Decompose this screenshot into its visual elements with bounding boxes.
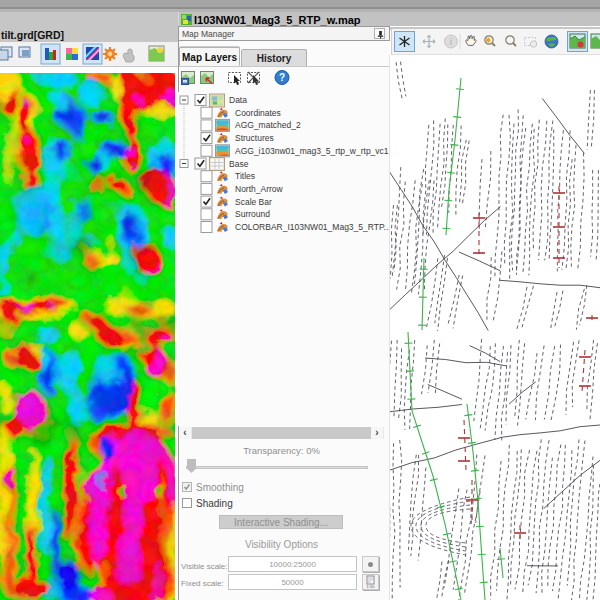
svg-text:i: i xyxy=(450,36,453,47)
svg-text:?: ? xyxy=(279,72,285,83)
svg-text:AGG_matched_2: AGG_matched_2 xyxy=(235,120,301,130)
svg-text:Data: Data xyxy=(229,95,247,105)
svg-text:COLORBAR_I103NW01_Mag3_5_RTP..: COLORBAR_I103NW01_Mag3_5_RTP... xyxy=(235,222,390,232)
svg-text:Titles: Titles xyxy=(235,171,255,181)
svg-text:North_Arrow: North_Arrow xyxy=(235,184,284,194)
svg-text:Scale Bar: Scale Bar xyxy=(235,197,272,207)
svg-text:Coordinates: Coordinates xyxy=(235,108,281,118)
svg-text:Structures: Structures xyxy=(235,133,274,143)
svg-text:Base: Base xyxy=(229,159,249,169)
svg-text:AGG_i103nw01_mag3_5_rtp_w_rtp_: AGG_i103nw01_mag3_5_rtp_w_rtp_vc1 xyxy=(235,146,389,156)
svg-text:Surround: Surround xyxy=(235,209,270,219)
svg-text:1:50: 1:50 xyxy=(367,584,376,589)
